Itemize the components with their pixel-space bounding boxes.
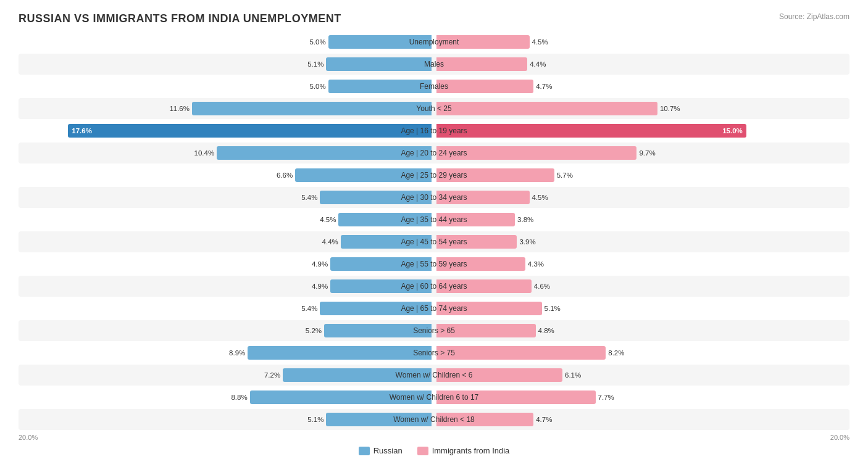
right-section: 3.9% bbox=[434, 231, 849, 252]
right-section: 8.2% bbox=[434, 342, 849, 363]
row-label: Unemployment bbox=[409, 38, 459, 46]
legend-label-russian: Russian bbox=[373, 446, 403, 455]
chart-area: 5.0%Unemployment4.5%5.1%Males4.4%5.0%Fem… bbox=[19, 31, 849, 430]
left-section: 11.6% bbox=[19, 98, 434, 119]
bar-russian bbox=[248, 346, 432, 360]
chart-row: 5.4%Age | 30 to 34 years4.5% bbox=[19, 187, 849, 208]
value-russian: 5.0% bbox=[306, 83, 326, 90]
chart-container: RUSSIAN VS IMMIGRANTS FROM INDIA UNEMPLO… bbox=[0, 0, 868, 467]
row-label: Women w/ Children 6 to 17 bbox=[390, 393, 479, 402]
value-russian: 4.4% bbox=[319, 238, 338, 246]
bar-russian bbox=[326, 57, 432, 71]
chart-row: 7.2%Women w/ Children < 66.1% bbox=[19, 365, 849, 386]
left-section: 6.6% bbox=[19, 165, 434, 186]
value-india: 4.7% bbox=[536, 416, 556, 423]
left-section: 5.2% bbox=[19, 320, 434, 341]
chart-title: RUSSIAN VS IMMIGRANTS FROM INDIA UNEMPLO… bbox=[19, 12, 849, 25]
right-section: 4.5% bbox=[434, 187, 849, 208]
chart-row: 8.8%Women w/ Children 6 to 177.7% bbox=[19, 387, 849, 408]
chart-row: 6.6%Age | 25 to 29 years5.7% bbox=[19, 165, 849, 186]
bar-russian bbox=[328, 80, 432, 93]
axis-row: 20.0% 20.0% bbox=[19, 434, 849, 441]
bar-russian bbox=[217, 146, 432, 160]
value-india: 4.5% bbox=[532, 194, 552, 201]
left-section: 8.8% bbox=[19, 387, 434, 408]
left-section: 4.5% bbox=[19, 209, 434, 230]
left-section: 5.0% bbox=[19, 76, 434, 97]
row-label: Age | 60 to 64 years bbox=[401, 282, 467, 291]
value-russian: 4.9% bbox=[308, 260, 328, 268]
chart-row: 8.9%Seniors > 758.2% bbox=[19, 342, 849, 363]
value-russian: 5.4% bbox=[298, 305, 317, 312]
bar-india bbox=[436, 80, 533, 93]
legend-item-russian: Russian bbox=[359, 446, 403, 455]
row-label: Age | 45 to 54 years bbox=[401, 238, 467, 246]
value-india: 4.7% bbox=[536, 83, 556, 90]
value-russian: 7.2% bbox=[261, 371, 280, 379]
legend-box-russian bbox=[359, 447, 370, 455]
left-section: 7.2% bbox=[19, 365, 434, 386]
axis-left: 20.0% bbox=[19, 434, 38, 441]
axis-right: 20.0% bbox=[830, 434, 849, 441]
value-india: 10.7% bbox=[660, 105, 680, 112]
chart-row: 17.6%Age | 16 to 19 years15.0% bbox=[19, 120, 849, 141]
right-section: 15.0% bbox=[434, 120, 849, 141]
value-russian: 5.0% bbox=[306, 38, 326, 46]
value-india: 3.9% bbox=[519, 238, 539, 246]
row-label: Seniors > 65 bbox=[413, 326, 455, 335]
legend-box-india bbox=[417, 447, 428, 455]
value-india: 8.2% bbox=[608, 349, 628, 357]
value-russian: 5.1% bbox=[304, 60, 323, 68]
chart-row: 4.9%Age | 55 to 59 years4.3% bbox=[19, 254, 849, 275]
right-section: 4.5% bbox=[434, 31, 849, 52]
bar-india bbox=[436, 346, 606, 360]
right-section: 5.1% bbox=[434, 298, 849, 319]
chart-row: 10.4%Age | 20 to 24 years9.7% bbox=[19, 143, 849, 163]
left-section: 4.9% bbox=[19, 276, 434, 297]
value-russian: 17.6% bbox=[72, 127, 92, 134]
left-section: 5.4% bbox=[19, 187, 434, 208]
value-russian: 4.9% bbox=[308, 283, 328, 290]
chart-row: 4.5%Age | 35 to 44 years3.8% bbox=[19, 209, 849, 230]
right-section: 10.7% bbox=[434, 98, 849, 119]
chart-row: 5.1%Males4.4% bbox=[19, 54, 849, 75]
row-label: Males bbox=[424, 60, 444, 68]
row-label: Age | 35 to 44 years bbox=[401, 215, 467, 224]
chart-row: 11.6%Youth < 2510.7% bbox=[19, 98, 849, 119]
legend-label-india: Immigrants from India bbox=[432, 446, 510, 455]
chart-row: 4.4%Age | 45 to 54 years3.9% bbox=[19, 231, 849, 252]
right-section: 4.3% bbox=[434, 254, 849, 275]
value-india: 4.5% bbox=[532, 38, 552, 46]
row-label: Age | 16 to 19 years bbox=[401, 126, 467, 135]
right-section: 9.7% bbox=[434, 143, 849, 163]
value-india: 5.7% bbox=[557, 172, 577, 179]
row-label: Women w/ Children < 18 bbox=[393, 415, 475, 424]
value-russian: 10.4% bbox=[194, 149, 215, 157]
row-label: Age | 20 to 24 years bbox=[401, 149, 467, 157]
legend-item-india: Immigrants from India bbox=[417, 446, 510, 455]
chart-row: 4.9%Age | 60 to 64 years4.6% bbox=[19, 276, 849, 297]
value-russian: 8.9% bbox=[225, 349, 245, 357]
bar-india bbox=[436, 57, 527, 71]
chart-row: 5.0%Unemployment4.5% bbox=[19, 31, 849, 52]
row-label: Age | 30 to 34 years bbox=[401, 193, 467, 202]
row-label: Age | 55 to 59 years bbox=[401, 260, 467, 268]
source-text: Source: ZipAtlas.com bbox=[779, 12, 849, 21]
right-section: 6.1% bbox=[434, 365, 849, 386]
row-label: Youth < 25 bbox=[416, 104, 451, 113]
value-russian: 11.6% bbox=[169, 105, 190, 112]
value-india: 3.8% bbox=[517, 216, 537, 223]
right-section: 4.4% bbox=[434, 54, 849, 75]
legend: Russian Immigrants from India bbox=[19, 446, 849, 455]
left-section: 4.4% bbox=[19, 231, 434, 252]
left-section: 17.6% bbox=[19, 120, 434, 141]
value-india: 4.3% bbox=[528, 260, 548, 268]
value-russian: 4.5% bbox=[316, 216, 336, 223]
value-russian: 5.2% bbox=[302, 327, 322, 334]
row-label: Age | 65 to 74 years bbox=[401, 304, 467, 313]
row-label: Seniors > 75 bbox=[413, 349, 455, 357]
value-india: 4.4% bbox=[530, 60, 549, 68]
right-section: 4.6% bbox=[434, 276, 849, 297]
right-section: 4.8% bbox=[434, 320, 849, 341]
left-section: 10.4% bbox=[19, 143, 434, 163]
